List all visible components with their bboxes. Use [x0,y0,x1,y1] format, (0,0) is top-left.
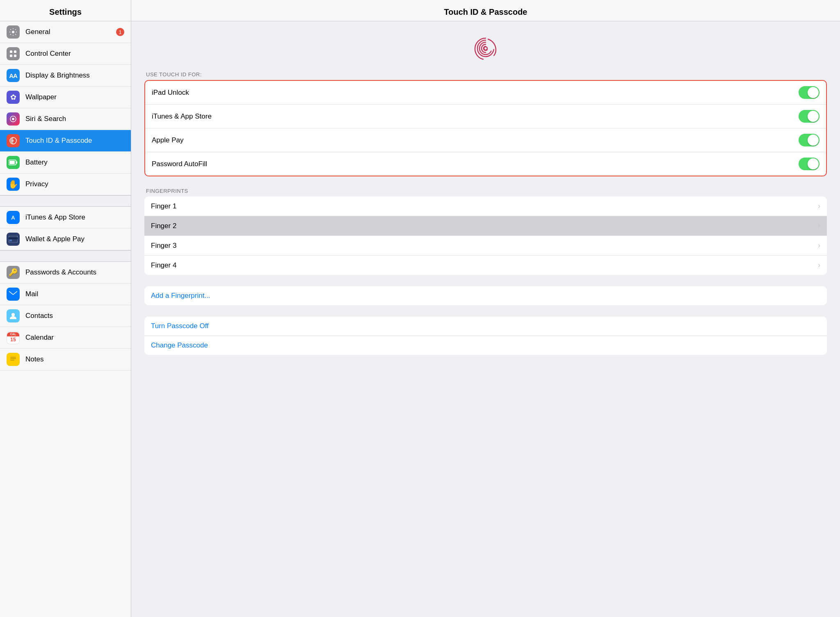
sidebar-item-general-label: General [25,28,50,36]
sidebar-title: Settings [0,0,131,21]
sidebar-item-siri-search[interactable]: Siri & Search [0,108,131,130]
sidebar-item-siri-label: Siri & Search [25,115,66,123]
sidebar-divider-2 [0,250,131,262]
notes-icon [7,353,20,366]
sidebar-item-touch-id[interactable]: Touch ID & Passcode [0,130,131,152]
svg-rect-4 [14,55,16,57]
finger-1-label: Finger 1 [151,202,815,210]
svg-rect-1 [10,50,12,53]
apple-pay-toggle[interactable] [799,134,819,146]
sidebar-item-calendar[interactable]: CAL 15 Calendar [0,327,131,349]
sidebar-item-privacy-label: Privacy [25,180,48,188]
svg-rect-22 [10,360,14,361]
sidebar-item-general[interactable]: General 1 [0,21,131,43]
finger-2-chevron: › [818,222,820,230]
svg-rect-21 [10,359,16,359]
wallet-icon [7,233,20,246]
siri-icon [7,112,20,126]
sidebar-item-display-brightness[interactable]: AA Display & Brightness [0,65,131,87]
passcode-group: Turn Passcode Off Change Passcode [144,317,827,355]
sidebar-item-control-center[interactable]: Control Center [0,43,131,65]
finger-3-chevron: › [818,241,820,250]
sidebar-item-touch-id-label: Touch ID & Passcode [25,137,92,145]
svg-point-0 [12,31,14,33]
privacy-icon: ✋ [7,178,20,191]
svg-rect-15 [9,238,18,239]
sidebar-item-mail[interactable]: Mail [0,283,131,305]
display-brightness-icon: AA [7,69,20,82]
sidebar-divider-1 [0,195,131,207]
svg-text:A: A [11,215,15,221]
battery-icon [7,156,20,169]
main-body: USE TOUCH ID FOR: iPad Unlock iTunes & A… [131,21,840,617]
add-fingerprint-row[interactable]: Add a Fingerprint... [144,286,827,305]
fingerprints-group: Finger 1 › Finger 2 › Finger 3 › Finger … [144,197,827,275]
sidebar-item-wallet[interactable]: Wallet & Apple Pay [0,229,131,250]
svg-rect-19 [9,355,17,363]
svg-point-8 [13,140,14,142]
sidebar-item-itunes[interactable]: A iTunes & App Store [0,207,131,229]
sidebar-item-contacts-label: Contacts [25,312,53,320]
mail-icon [7,288,20,301]
sidebar: Settings General 1 Control Center AA Di [0,0,131,617]
finger-2-row[interactable]: Finger 2 › [144,216,827,236]
finger-4-row[interactable]: Finger 4 › [144,256,827,275]
password-autofill-toggle[interactable] [799,158,819,170]
svg-rect-11 [9,161,15,164]
main-content: Touch ID & Passcode USE TOUCH ID FOR: iP… [131,0,840,617]
section-fingerprints-label: FINGERPRINTS [144,188,827,194]
sidebar-item-mail-label: Mail [25,290,38,298]
sidebar-item-passwords[interactable]: 🔑 Passwords & Accounts [0,262,131,283]
svg-rect-20 [10,357,16,358]
sidebar-item-passwords-label: Passwords & Accounts [25,268,96,277]
general-icon [7,25,20,39]
itunes-app-store-toggle[interactable] [799,110,819,123]
svg-rect-10 [16,161,18,164]
password-autofill-row[interactable]: Password AutoFill [145,152,826,176]
sidebar-item-display-brightness-label: Display & Brightness [25,71,90,80]
finger-2-label: Finger 2 [151,222,815,230]
sidebar-item-wallpaper[interactable]: ✿ Wallpaper [0,87,131,108]
control-center-icon [7,47,20,60]
contacts-icon [7,309,20,322]
general-badge: 1 [116,28,124,36]
sidebar-item-notes[interactable]: Notes [0,349,131,370]
turn-passcode-off-row[interactable]: Turn Passcode Off [144,317,827,336]
sidebar-item-calendar-label: Calendar [25,334,54,342]
password-autofill-label: Password AutoFill [152,160,799,168]
touch-id-icon [7,134,20,147]
turn-passcode-off-label: Turn Passcode Off [151,322,209,330]
itunes-app-store-row[interactable]: iTunes & App Store [145,105,826,128]
calendar-icon: CAL 15 [7,331,20,344]
ipad-unlock-toggle[interactable] [799,86,819,99]
sidebar-item-wallpaper-label: Wallpaper [25,93,57,101]
finger-4-label: Finger 4 [151,261,815,270]
apple-pay-row[interactable]: Apple Pay [145,128,826,152]
sidebar-item-battery-label: Battery [25,158,48,167]
finger-4-chevron: › [818,261,820,270]
main-title: Touch ID & Passcode [131,0,840,21]
change-passcode-row[interactable]: Change Passcode [144,336,827,355]
wallpaper-icon: ✿ [7,91,20,104]
svg-rect-2 [14,50,16,53]
svg-rect-3 [10,55,12,57]
change-passcode-label: Change Passcode [151,341,208,350]
passwords-icon: 🔑 [7,266,20,279]
itunes-icon: A [7,211,20,224]
sidebar-item-privacy[interactable]: ✋ Privacy [0,174,131,195]
sidebar-item-contacts[interactable]: Contacts [0,305,131,327]
itunes-app-store-label: iTunes & App Store [152,112,799,121]
svg-point-6 [12,118,14,120]
finger-1-row[interactable]: Finger 1 › [144,197,827,216]
sidebar-item-wallet-label: Wallet & Apple Pay [25,235,84,243]
svg-point-18 [11,313,15,316]
finger-1-chevron: › [818,202,820,210]
section-touch-id-label: USE TOUCH ID FOR: [144,71,827,78]
ipad-unlock-row[interactable]: iPad Unlock [145,81,826,105]
add-fingerprint-group: Add a Fingerprint... [144,286,827,305]
sidebar-item-itunes-label: iTunes & App Store [25,213,85,222]
finger-3-row[interactable]: Finger 3 › [144,236,827,256]
ipad-unlock-label: iPad Unlock [152,89,799,97]
sidebar-item-battery[interactable]: Battery [0,152,131,174]
fingerprint-graphic [472,35,499,62]
